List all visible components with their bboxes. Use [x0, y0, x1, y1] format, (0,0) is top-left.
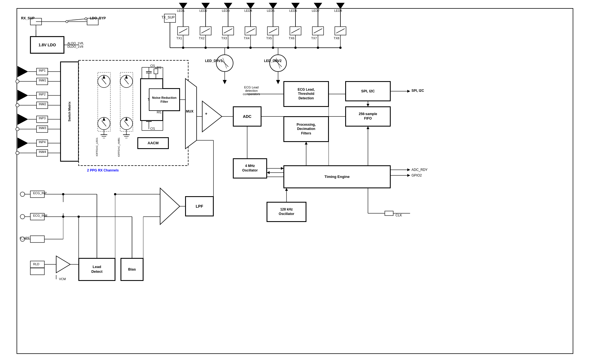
- svg-point-108: [120, 75, 133, 88]
- svg-line-20: [246, 29, 255, 33]
- svg-point-234: [78, 216, 80, 218]
- led4-symbol: [246, 3, 255, 9]
- led2-label: LED2: [199, 9, 207, 12]
- spi-out-label: SPI, I2C: [411, 89, 424, 93]
- led8-symbol: [336, 3, 345, 9]
- svg-marker-48: [223, 80, 227, 84]
- ldo-byp-label: LDO_BYP: [90, 16, 106, 20]
- svg-point-105: [98, 117, 110, 130]
- led1-symbol: [179, 3, 187, 9]
- svg-marker-113: [125, 117, 128, 121]
- svg-line-106: [102, 121, 106, 126]
- led-drv2-label: LED_DRV2: [264, 59, 281, 63]
- aacm-block: AACM: [138, 138, 169, 149]
- bias-block: Bias: [121, 258, 143, 281]
- proc-filters-block: Processing,DecimationFilters: [284, 116, 329, 142]
- inp1-label: INP1: [39, 69, 46, 72]
- tx5-label: TX5: [266, 36, 272, 40]
- svg-line-103: [102, 79, 106, 84]
- ecg-inp-label: ECG_INP: [33, 191, 47, 195]
- svg-point-200: [20, 214, 25, 219]
- noise-filter-block: Noise Reduction Filter: [149, 88, 180, 111]
- svg-line-22: [291, 29, 300, 33]
- adc-rdy-label: ADC_RDY: [411, 168, 427, 172]
- led1-label: LED1: [177, 9, 185, 12]
- osc-4mhz-block: 4 MHzOscillator: [233, 159, 267, 178]
- svg-rect-14: [290, 27, 301, 35]
- svg-line-18: [201, 29, 210, 33]
- svg-marker-181: [407, 168, 410, 171]
- osc-128khz-block: 128 kHzOscillator: [267, 202, 306, 222]
- inp2-label: INP2: [39, 93, 46, 96]
- inm2-label: INM2: [39, 102, 46, 106]
- svg-rect-101: [79, 60, 188, 166]
- svg-point-89: [66, 20, 68, 23]
- fifo-block: 256-sampleFIFO: [345, 107, 390, 126]
- svg-rect-12: [245, 27, 256, 35]
- svg-line-109: [124, 79, 129, 84]
- cf1-bot-label: Cf1: [150, 127, 155, 130]
- svg-point-36: [182, 47, 184, 49]
- led5-symbol: [269, 3, 277, 9]
- ecg-comp-label: ECG Leaddetectioncomparators: [233, 86, 270, 96]
- svg-marker-54: [276, 80, 280, 84]
- svg-marker-188: [267, 171, 270, 174]
- ldo-block: 1.8V LDO: [30, 36, 64, 53]
- svg-marker-110: [125, 75, 128, 79]
- svg-point-37: [204, 47, 207, 49]
- led3-label: LED3: [222, 9, 230, 12]
- svg-rect-114: [98, 72, 110, 131]
- inp3-label: INP3: [39, 116, 46, 120]
- svg-line-90: [68, 19, 86, 20]
- svg-point-66: [16, 151, 19, 155]
- clk-label: CLK: [395, 213, 402, 217]
- svg-rect-130: [154, 69, 158, 74]
- rld-label: RLD: [33, 262, 39, 266]
- svg-point-102: [98, 75, 110, 88]
- svg-point-111: [120, 117, 133, 130]
- led6-label: LED6: [289, 9, 297, 12]
- svg-point-60: [16, 80, 19, 83]
- lpf-block: LPF: [185, 196, 213, 216]
- svg-marker-191: [285, 188, 288, 191]
- led3-symbol: [224, 3, 232, 9]
- svg-point-62: [16, 104, 19, 107]
- svg-marker-230: [56, 256, 70, 273]
- rf1-top-label: Rf1: [157, 66, 162, 69]
- ioffdac-amb1-label: IOFFDAC_AMB1: [117, 138, 120, 157]
- svg-marker-176: [305, 142, 308, 145]
- svg-point-42: [317, 47, 319, 49]
- spi-i2c-block: SPI, I2C: [345, 81, 390, 101]
- svg-marker-166: [407, 90, 410, 93]
- timing-engine-block: Timing Engine: [284, 166, 390, 188]
- led5-label: LED5: [267, 9, 275, 12]
- svg-marker-214: [160, 188, 180, 225]
- svg-point-38: [227, 47, 229, 49]
- svg-line-17: [179, 29, 187, 33]
- svg-line-21: [269, 29, 277, 33]
- svg-line-19: [224, 29, 232, 33]
- tx6-label: TX6: [289, 36, 294, 40]
- svg-rect-228: [30, 268, 44, 275]
- svg-point-43: [339, 47, 342, 49]
- svg-point-205: [62, 216, 64, 218]
- svg-line-23: [314, 29, 322, 33]
- svg-marker-107: [103, 117, 105, 121]
- chpf-label: C_HPF: [20, 236, 30, 240]
- led7-label: LED7: [312, 9, 320, 12]
- tx8-label: TX8: [334, 36, 339, 40]
- svg-point-50: [270, 55, 286, 72]
- svg-rect-11: [222, 27, 234, 35]
- ioffdac-led1-label: IOFFDAC_LED1: [95, 138, 98, 156]
- svg-rect-10: [200, 27, 211, 35]
- led6-symbol: [291, 3, 300, 9]
- svg-marker-183: [407, 174, 410, 177]
- svg-rect-15: [312, 27, 324, 35]
- svg-point-217: [114, 193, 116, 195]
- mux-label: MUX: [186, 109, 194, 113]
- pd2-symbol: [17, 90, 28, 101]
- svg-marker-149: [185, 79, 197, 149]
- inm4-label: INM4: [39, 150, 46, 154]
- svg-line-112: [124, 121, 129, 126]
- svg-rect-13: [267, 27, 279, 35]
